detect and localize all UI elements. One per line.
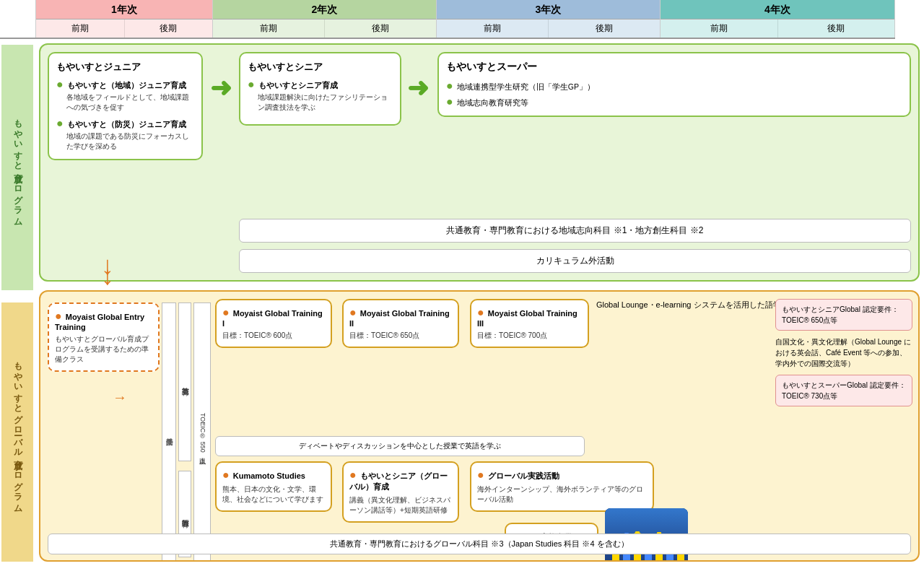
junior-bullet2-title: もやいすと（防災）ジュニア育成 <box>67 120 186 129</box>
junior-card-title: もやいすとジュニア <box>56 61 194 74</box>
bullet2-icon: ● <box>56 117 64 129</box>
training1-title: Moyaist Global Training I <box>222 309 323 328</box>
sidebar-labels: もやいすと育成プログラム もやいすとグローバル育成プログラム <box>0 39 36 566</box>
entry-training-card: ● Moyaist Global Entry Training もやいすとグロー… <box>48 302 160 372</box>
arrow-right-small: → <box>113 389 127 406</box>
sidebar-top-label: もやいすと育成プログラム <box>1 45 33 290</box>
main-container: 1年次 前期 後期 2年次 前期 後期 3年次 前期 後期 4年次 前期 後期 <box>0 0 924 566</box>
super-card: もやいすとスーパー ● 地域連携型学生研究（旧「学生GP」） ● 地域志向教育研… <box>437 52 911 117</box>
training2-bullet: ● <box>349 306 357 318</box>
content-area: もやいすとジュニア ● もやいすと（地域）ジュニア育成 各地域をフィールドとして… <box>36 39 924 566</box>
super-bullet1: 地域連携型学生研究（旧「学生GP」） <box>457 82 595 91</box>
year4-title: 4年次 <box>661 0 894 19</box>
year2-title: 2年次 <box>213 0 436 19</box>
jissen-desc: 海外インターンシップ、海外ボランティア等のグローバル活動 <box>477 484 647 505</box>
bullet1-icon: ● <box>56 78 64 90</box>
note-self: 自国文化・異文化理解（Global Lounge における英会話、Café Ev… <box>775 336 912 369</box>
moyaist-global-bullet: ● <box>349 469 357 481</box>
entry-training-desc: もやいすとグローバル育成プログラムを受講するための準備クラス <box>55 334 152 365</box>
right-notes: もやいすとシニアGlobal 認定要件：TOEIC® 650点等 自国文化・異文… <box>775 299 912 406</box>
kumamoto-desc: 熊本、日本の文化・文学、環境、社会などについて学びます <box>222 484 325 505</box>
training3-card: ● Moyaist Global Training III 目標：TOEIC® … <box>470 299 589 348</box>
top-program-section: もやいすとジュニア ● もやいすと（地域）ジュニア育成 各地域をフィールドとして… <box>39 43 920 282</box>
moyaist-global-title: もやいとシニア（グローバル）育成 <box>349 471 448 491</box>
year2-header: 2年次 前期 後期 <box>213 0 437 38</box>
kumamoto-title: Kumamoto Studies <box>233 471 305 480</box>
year4-second: 後期 <box>778 19 895 38</box>
kyotsu-bar: 共通教育・専門教育における地域志向科目 ※1・地方創生科目 ※2 <box>239 219 911 243</box>
entry-training-title: Moyaist Global Entry Training <box>55 313 144 331</box>
kumamoto-bullet: ● <box>222 469 230 481</box>
junior-bullet1-desc: 各地域をフィールドとして、地域課題への気づきを促す <box>66 92 194 113</box>
year3-header: 3年次 前期 後期 <box>437 0 661 38</box>
senior-bullet1-desc: 地域課題解決に向けたファシリテーション調査技法を学ぶ <box>258 92 393 113</box>
year4-header: 4年次 前期 後期 <box>661 0 895 38</box>
sidebar-bottom-label: もやいすとグローバル育成プログラム <box>1 302 33 562</box>
kumamoto-card: ● Kumamoto Studies 熊本、日本の文化・文学、環境、社会などにつ… <box>215 461 332 512</box>
global-bottom-bar: 共通教育・専門教育におけるグローバル科目 ※3（Japan Studies 科目… <box>48 534 911 554</box>
global-jissen-card: ● グローバル実践活動 海外インターンシップ、海外ボランティア等のグローバル活動 <box>470 461 654 512</box>
jissen-bullet: ● <box>477 469 484 481</box>
senior-card-title: もやいすとシニア <box>248 61 393 74</box>
note-card-1: もやいすとシニアGlobal 認定要件：TOEIC® 650点等 <box>775 299 912 331</box>
junior-bullet1-title: もやいすと（地域）ジュニア育成 <box>67 81 186 90</box>
year3-second: 後期 <box>549 19 660 38</box>
year3-title: 3年次 <box>437 0 660 19</box>
super-card-title: もやいすとスーパー <box>446 61 902 74</box>
super-bullet2: 地域志向教育研究等 <box>457 98 528 107</box>
training1-card: ● Moyaist Global Training I 目標：TOEIC® 60… <box>215 299 332 348</box>
super-bullet1-icon: ● <box>446 79 453 92</box>
training3-title: Moyaist Global Training III <box>477 309 578 328</box>
junior-bullet2-desc: 地域の課題である防災にフォーカスした学びを深める <box>66 131 194 152</box>
jissen-title: グローバル実践活動 <box>488 471 559 480</box>
juken-bar: 受講条件 <box>162 302 176 562</box>
bottom-program-section: ● Moyaist Global Entry Training もやいすとグロー… <box>39 290 920 562</box>
debate-bar: ディベートやディスカッションを中心とした授業で英語を学ぶ <box>215 436 585 456</box>
header-spacer <box>0 0 36 38</box>
training3-bullet: ● <box>477 306 484 318</box>
moyaist-global-card: ● もやいとシニア（グローバル）育成 講義（異文化理解、ビジネスパーソン講話等）… <box>342 461 459 523</box>
training1-target: 目標：TOEIC® 600点 <box>222 331 325 341</box>
training3-target: 目標：TOEIC® 700点 <box>477 331 582 341</box>
arrow-orange-down2: ↓ <box>101 253 114 279</box>
entry-bullet-icon: ● <box>55 310 62 322</box>
senior-card: もやいすとシニア ● もやいすとシニア育成 地域課題解決に向けたファシリテーショ… <box>239 52 401 126</box>
year3-first: 前期 <box>437 19 549 38</box>
junior-card: もやいすとジュニア ● もやいすと（地域）ジュニア育成 各地域をフィールドとして… <box>48 52 203 160</box>
training2-card: ● Moyaist Global Training II 目標：TOEIC® 6… <box>342 299 459 348</box>
arrow-green-2: ➜ <box>407 75 429 101</box>
eigo-bar: 英語教育 <box>178 302 191 461</box>
training1-bullet: ● <box>222 306 230 318</box>
senior-bullet1-icon: ● <box>248 78 255 90</box>
training2-target: 目標：TOEIC® 650点 <box>349 331 452 341</box>
year2-second: 後期 <box>325 19 436 38</box>
header-row: 1年次 前期 後期 2年次 前期 後期 3年次 前期 後期 4年次 前期 後期 <box>0 0 895 39</box>
year1-first: 前期 <box>36 19 125 38</box>
super-bullet2-icon: ● <box>446 95 453 108</box>
moyaist-global-desc: 講義（異文化理解、ビジネスパーソン講話等）+短期英語研修 <box>349 495 452 515</box>
arrow-green-1: ➜ <box>210 75 232 101</box>
senior-bullet1-title: もやいすとシニア育成 <box>258 81 338 90</box>
curriculum-bar: カリキュラム外活動 <box>239 249 911 273</box>
training2-title: Moyaist Global Training II <box>349 309 450 328</box>
note-card-2: もやいすとスーパーGlobal 認定要件：TOEIC® 730点等 <box>775 375 912 406</box>
year1-title: 1年次 <box>36 0 212 19</box>
year2-first: 前期 <box>213 19 325 38</box>
year4-first: 前期 <box>661 19 778 38</box>
toeic-bar: TOEIC® 550点以上 <box>193 302 211 562</box>
year1-second: 後期 <box>125 19 213 38</box>
year1-header: 1年次 前期 後期 <box>36 0 213 38</box>
